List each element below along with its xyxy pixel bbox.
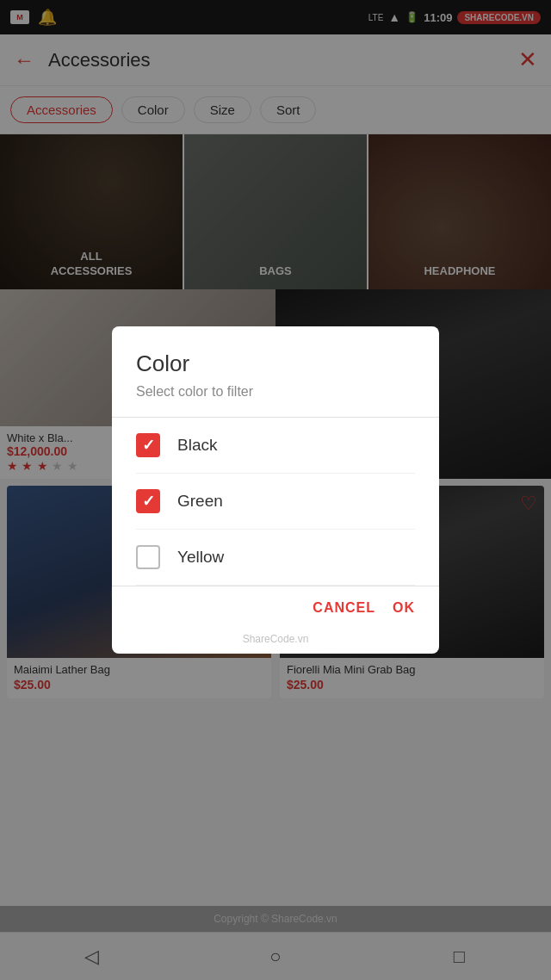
checkbox-yellow[interactable]: [136, 545, 160, 569]
ok-button[interactable]: OK: [393, 600, 415, 616]
cancel-button[interactable]: CANCEL: [313, 600, 375, 616]
color-option-green[interactable]: ✓ Green: [136, 474, 415, 530]
color-dialog: Color Select color to filter ✓ Black ✓ G…: [112, 326, 439, 654]
checkbox-green[interactable]: ✓: [136, 489, 160, 513]
dialog-actions: CANCEL OK: [136, 586, 415, 633]
dialog-watermark: ShareCode.vn: [136, 633, 415, 654]
color-label-yellow: Yellow: [177, 548, 224, 567]
modal-overlay: Color Select color to filter ✓ Black ✓ G…: [0, 0, 551, 980]
checkmark-black: ✓: [142, 436, 155, 455]
dialog-subtitle: Select color to filter: [136, 384, 415, 400]
checkbox-black[interactable]: ✓: [136, 433, 160, 457]
checkmark-green: ✓: [142, 492, 155, 511]
color-label-green: Green: [177, 492, 223, 511]
dialog-title: Color: [136, 350, 415, 377]
color-option-black[interactable]: ✓ Black: [136, 418, 415, 474]
color-option-yellow[interactable]: Yellow: [136, 530, 415, 586]
color-label-black: Black: [177, 436, 217, 455]
